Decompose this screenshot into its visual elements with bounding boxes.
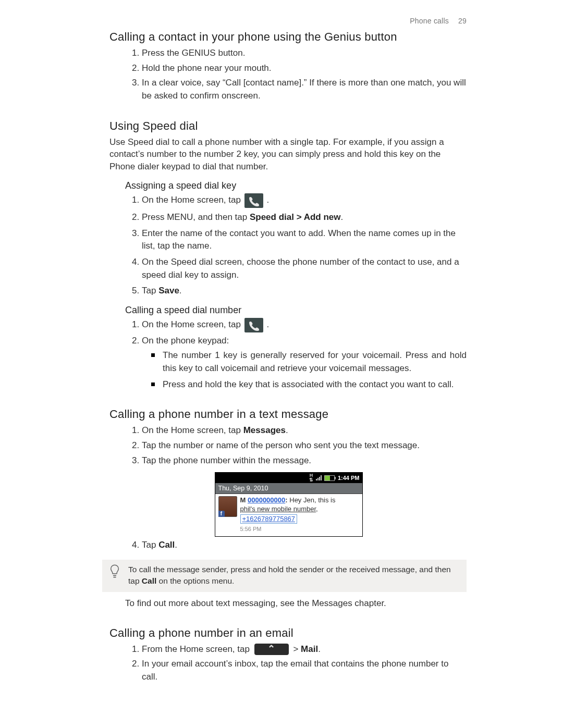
bullet: Press and hold the key that is associate… (163, 378, 467, 391)
text: . (341, 212, 344, 222)
step: On the phone keypad: The number 1 key is… (142, 335, 467, 391)
text: On the phone keypad: (142, 336, 229, 346)
text: . (266, 319, 269, 329)
text: Tap (142, 286, 158, 295)
battery-icon (324, 475, 335, 481)
text: Press MENU, and then tap (142, 212, 250, 222)
page-header: Phone calls 29 (410, 17, 467, 25)
bold-label: Speed dial > Add new (250, 212, 341, 222)
status-bar: H⇅ 1:44 PM (215, 473, 362, 483)
bold-label: Messages (243, 425, 286, 435)
thread-date: Thu, Sep 9, 2010 (215, 483, 362, 494)
step: On the Home screen, tap Messages. (142, 424, 467, 437)
section-speed-dial: Using Speed dial Use Speed dial to call … (109, 119, 467, 391)
tip-text: To call the message sender, press and ho… (128, 564, 461, 586)
step: Enter the name of the contact you want t… (142, 227, 467, 253)
step: In a clear voice, say “Call [contact nam… (142, 77, 467, 102)
step: Press the GENIUS button. (142, 47, 467, 60)
text-msg-steps-cont: Tap Call. (109, 539, 467, 552)
step: On the Speed dial screen, choose the pho… (142, 256, 467, 281)
tip-callout: To call the message sender, press and ho… (102, 560, 467, 591)
step: Tap Call. (142, 539, 467, 552)
step: On the Home screen, tap . (142, 318, 467, 332)
text: On the Home screen, tap (142, 195, 241, 205)
heading-speed-dial: Using Speed dial (109, 119, 467, 133)
keypad-notes: The number 1 key is generally reserved f… (142, 349, 467, 391)
heading-email: Calling a phone number in an email (109, 626, 467, 640)
heading-call-speed-dial: Calling a speed dial number (125, 305, 467, 316)
msg-line1: Hey Jen, this is (289, 496, 335, 504)
contact-avatar (218, 496, 237, 517)
message-text: M 0000000000: Hey Jen, this is phil's ne… (240, 496, 359, 533)
sender-number-link: 0000000000 (248, 496, 285, 504)
bold-label: Call (158, 540, 175, 550)
step: Tap Save. (142, 285, 467, 298)
text: From the Home screen, tap (142, 644, 250, 654)
message-screenshot: H⇅ 1:44 PM Thu, Sep 9, 2010 M 0000000000… (215, 472, 362, 537)
status-time: 1:44 PM (338, 475, 360, 481)
genius-steps: Press the GENIUS button. Hold the phone … (109, 47, 467, 103)
assign-steps: On the Home screen, tap . Press MENU, an… (109, 193, 467, 298)
heading-genius: Calling a contact in your phone using th… (109, 30, 467, 44)
chapter-name: Phone calls (410, 17, 449, 25)
step: Press MENU, and then tap Speed dial > Ad… (142, 211, 467, 224)
phone-screen: H⇅ 1:44 PM Thu, Sep 9, 2010 M 0000000000… (215, 472, 363, 537)
message-bubble: M 0000000000: Hey Jen, this is phil's ne… (215, 494, 362, 536)
step: From the Home screen, tap > Mail. (142, 643, 467, 656)
email-steps: From the Home screen, tap > Mail. In you… (109, 643, 467, 684)
text: . (318, 644, 321, 654)
manual-page: Phone calls 29 Calling a contact in your… (0, 0, 563, 728)
page-number: 29 (458, 17, 467, 25)
text: . (286, 425, 288, 435)
message-time: 5:56 PM (240, 526, 359, 533)
text: On the Home screen, tap (142, 319, 241, 329)
step: Tap the phone number within the message. (142, 454, 467, 467)
bold-label: Mail (301, 644, 318, 654)
all-apps-icon (254, 644, 289, 655)
lightbulb-icon (107, 564, 122, 586)
text-msg-steps: On the Home screen, tap Messages. Tap th… (109, 424, 467, 467)
section-email: Calling a phone number in an email From … (109, 626, 467, 684)
bullet: The number 1 key is generally reserved f… (163, 349, 467, 375)
svg-rect-1 (113, 577, 116, 578)
speed-dial-intro: Use Speed dial to call a phone number wi… (109, 136, 467, 173)
phone-dialer-icon (244, 193, 263, 208)
phone-dialer-icon (244, 318, 263, 332)
text: . (179, 286, 182, 295)
bold-label: Save (158, 286, 179, 295)
network-type-icon: H⇅ (309, 473, 313, 483)
step: In your email account’s inbox, tap the e… (142, 658, 467, 683)
see-also: To find out more about text messaging, s… (125, 597, 467, 610)
heading-assign-key: Assigning a speed dial key (125, 180, 467, 191)
section-text-message: Calling a phone number in a text message… (109, 408, 467, 609)
phone-number-link: +1626789775867 (240, 514, 298, 524)
sender-label: M (240, 496, 246, 504)
step: Tap the number or name of the person who… (142, 439, 467, 452)
text: on the options menu. (156, 576, 234, 585)
call-sd-steps: On the Home screen, tap . On the phone k… (109, 318, 467, 391)
step: Hold the phone near your mouth. (142, 62, 467, 75)
signal-icon (316, 475, 322, 480)
heading-text-msg: Calling a phone number in a text message (109, 408, 467, 421)
status-icons: H⇅ (309, 473, 335, 483)
text: On the Home screen, tap (142, 425, 243, 435)
text: . (266, 195, 269, 205)
text: Tap (142, 540, 158, 550)
bold-label: Call (142, 576, 156, 585)
msg-line2: phil's new mobile number, (240, 505, 318, 513)
text: > (293, 644, 298, 654)
text: . (175, 540, 177, 550)
section-genius-call: Calling a contact in your phone using th… (109, 30, 467, 103)
step: On the Home screen, tap . (142, 193, 467, 208)
svg-rect-0 (113, 575, 116, 576)
